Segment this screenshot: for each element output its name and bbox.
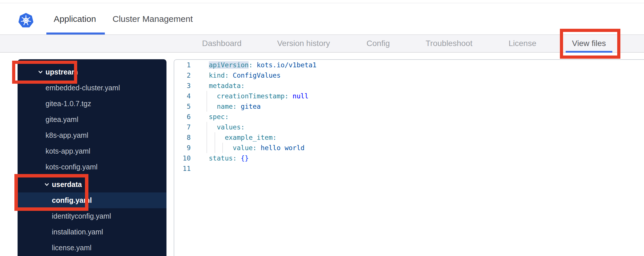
file-label: identityconfig.yaml (52, 212, 111, 220)
file-label: kots-app.yaml (46, 147, 90, 155)
code-text: creationTimestamp: null (191, 91, 308, 101)
subnav-tab-license[interactable]: License (509, 39, 537, 48)
subnav-tab-version-history[interactable]: Version history (277, 39, 330, 48)
code-text: spec: (191, 112, 229, 122)
tree-item-kots-config-yaml[interactable]: kots-config.yaml (18, 159, 166, 175)
tree-item-k8s-app-yaml[interactable]: k8s-app.yaml (18, 127, 166, 143)
folder-label: upstream (46, 68, 78, 76)
line-number: 1 (174, 60, 191, 70)
code-line-6: 6spec: (174, 112, 644, 122)
indent-guide (207, 143, 207, 153)
line-number: 7 (174, 122, 191, 132)
code-text: values: (191, 122, 245, 132)
app-subnav: DashboardVersion historyConfigTroublesho… (0, 35, 644, 53)
code-text: apiVersion: kots.io/v1beta1 (191, 60, 317, 70)
code-line-4: 4 creationTimestamp: null (174, 91, 644, 101)
indent-guide (207, 101, 207, 112)
code-line-5: 5 name: gitea (174, 101, 644, 112)
file-label: gitea-1.0.7.tgz (46, 100, 91, 108)
code-line-11: 11 (174, 163, 644, 174)
kubernetes-logo-icon (18, 13, 34, 28)
indent-guide (207, 122, 207, 132)
file-label: license.yaml (52, 244, 92, 252)
line-number: 4 (174, 91, 191, 101)
file-label: installation.yaml (52, 228, 103, 236)
code-text (191, 163, 209, 174)
file-tree-sidebar: upstreamembedded-cluster.yamlgitea-1.0.7… (18, 59, 166, 256)
indent-guide (207, 91, 207, 101)
code-text: example_item: (191, 132, 276, 143)
line-number: 8 (174, 132, 191, 143)
code-line-9: 9 value: hello world (174, 143, 644, 153)
top-navbar: ApplicationCluster Management (0, 3, 644, 35)
yaml-editor-panel[interactable]: 1apiVersion: kots.io/v1beta12kind: Confi… (174, 59, 644, 256)
file-label: kots-config.yaml (46, 163, 98, 171)
tree-item-embedded-cluster-yaml[interactable]: embedded-cluster.yaml (18, 80, 166, 96)
code-line-8: 8 example_item: (174, 132, 644, 143)
subnav-tab-troubleshoot[interactable]: Troubleshoot (426, 39, 472, 48)
code-text: metadata: (191, 81, 245, 91)
line-number: 10 (174, 153, 191, 163)
indent-guide (215, 132, 215, 143)
code-text: value: hello world (191, 143, 304, 153)
topnav-tab-cluster-management[interactable]: Cluster Management (113, 14, 193, 24)
line-number: 3 (174, 81, 191, 91)
tree-item-userdata[interactable]: userdata (18, 177, 166, 192)
active-topnav-underline (46, 33, 105, 35)
subnav-tab-config[interactable]: Config (367, 39, 390, 48)
indent-guide (215, 143, 215, 153)
tree-item-kots-app-yaml[interactable]: kots-app.yaml (18, 143, 166, 159)
tree-item-license-yaml[interactable]: license.yaml (18, 240, 166, 256)
code-text: name: gitea (191, 101, 261, 112)
code-text: kind: ConfigValues (191, 70, 281, 81)
tree-item-identityconfig-yaml[interactable]: identityconfig.yaml (18, 208, 166, 224)
chevron-down-icon (44, 182, 50, 187)
file-label: gitea.yaml (46, 115, 78, 124)
code-line-1: 1apiVersion: kots.io/v1beta1 (174, 60, 644, 70)
tree-item-gitea-yaml[interactable]: gitea.yaml (18, 112, 166, 127)
tree-item-gitea-1-0-7-tgz[interactable]: gitea-1.0.7.tgz (18, 96, 166, 112)
code-line-10: 10status: {} (174, 153, 644, 163)
folder-label: userdata (52, 180, 82, 189)
active-subnav-underline (566, 51, 612, 53)
chevron-down-icon (38, 69, 43, 75)
topnav-tab-application[interactable]: Application (54, 14, 96, 24)
code-text: status: {} (191, 153, 249, 163)
code-line-2: 2kind: ConfigValues (174, 70, 644, 81)
line-number: 6 (174, 112, 191, 122)
tree-item-upstream[interactable]: upstream (18, 64, 166, 80)
line-number: 9 (174, 143, 191, 153)
tree-item-installation-yaml[interactable]: installation.yaml (18, 224, 166, 240)
indent-guide (207, 132, 207, 143)
file-label: k8s-app.yaml (46, 131, 88, 140)
code-line-7: 7 values: (174, 122, 644, 132)
indent-guide (222, 143, 223, 153)
file-label: config.yaml (52, 196, 92, 205)
code-line-3: 3metadata: (174, 81, 644, 91)
subnav-tab-dashboard[interactable]: Dashboard (202, 39, 242, 48)
tree-item-config-yaml[interactable]: config.yaml (18, 192, 166, 208)
line-number: 11 (174, 163, 191, 174)
file-label: embedded-cluster.yaml (46, 84, 120, 92)
line-number: 5 (174, 101, 191, 112)
subnav-tab-view-files[interactable]: View files (572, 39, 606, 48)
line-number: 2 (174, 70, 191, 81)
